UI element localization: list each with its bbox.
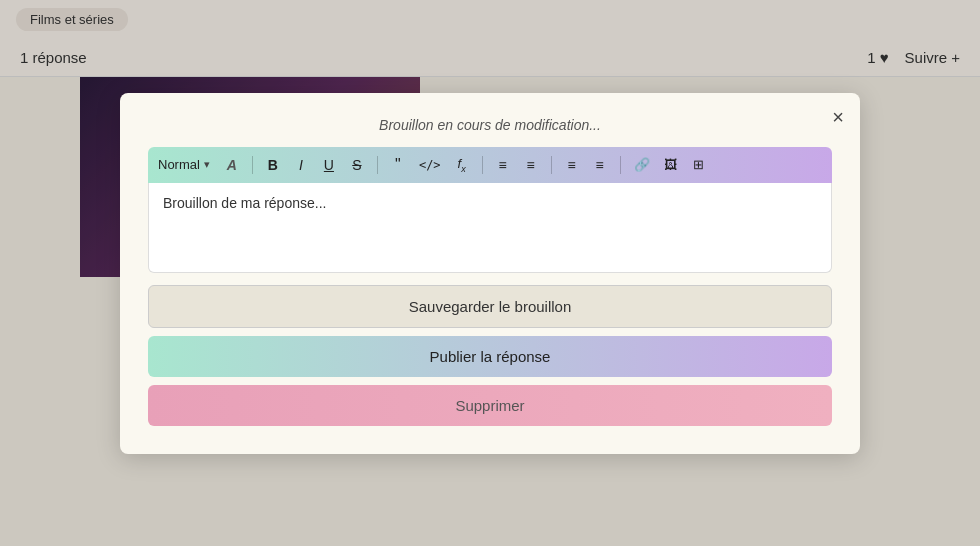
table-icon: ⊞ bbox=[693, 157, 704, 172]
code-button[interactable]: </> bbox=[414, 153, 446, 177]
ol-icon: ≡ bbox=[499, 157, 507, 173]
code-icon: </> bbox=[419, 158, 441, 172]
text-style-button[interactable]: A bbox=[220, 153, 244, 177]
link-icon: 🔗 bbox=[634, 157, 650, 172]
quote-icon: " bbox=[395, 157, 401, 173]
italic-button[interactable]: I bbox=[289, 153, 313, 177]
toolbar-separator-3 bbox=[482, 156, 483, 174]
save-draft-button[interactable]: Sauvegarder le brouillon bbox=[148, 285, 832, 328]
editor-text: Brouillon de ma réponse... bbox=[163, 195, 326, 211]
text-style-icon: A bbox=[227, 157, 237, 173]
format-select-wrap[interactable]: Normal ▾ bbox=[158, 157, 210, 172]
editor-content-area[interactable]: Brouillon de ma réponse... bbox=[148, 183, 832, 273]
delete-button[interactable]: Supprimer bbox=[148, 385, 832, 426]
align-right-icon: ≡ bbox=[596, 157, 604, 173]
toolbar-separator-5 bbox=[620, 156, 621, 174]
editor-modal: × Brouillon en cours de modification... … bbox=[120, 93, 860, 454]
align-left-button[interactable]: ≡ bbox=[560, 153, 584, 177]
image-button[interactable]: 🖼 bbox=[659, 153, 683, 177]
modal-title: Brouillon en cours de modification... bbox=[148, 117, 832, 133]
publish-button[interactable]: Publier la réponse bbox=[148, 336, 832, 377]
format-dropdown-arrow: ▾ bbox=[204, 158, 210, 171]
editor-toolbar: Normal ▾ A B I U S " </> bbox=[148, 147, 832, 183]
formula-button[interactable]: fx bbox=[450, 153, 474, 177]
ordered-list-button[interactable]: ≡ bbox=[491, 153, 515, 177]
bold-button[interactable]: B bbox=[261, 153, 285, 177]
close-button[interactable]: × bbox=[832, 107, 844, 127]
unordered-list-button[interactable]: ≡ bbox=[519, 153, 543, 177]
underline-button[interactable]: U bbox=[317, 153, 341, 177]
formula-icon: fx bbox=[458, 156, 466, 174]
align-right-button[interactable]: ≡ bbox=[588, 153, 612, 177]
strikethrough-button[interactable]: S bbox=[345, 153, 369, 177]
modal-overlay: × Brouillon en cours de modification... … bbox=[0, 0, 980, 546]
align-left-icon: ≡ bbox=[568, 157, 576, 173]
format-label: Normal bbox=[158, 157, 200, 172]
toolbar-separator-2 bbox=[377, 156, 378, 174]
table-button[interactable]: ⊞ bbox=[687, 153, 711, 177]
page-background: Films et séries 1 réponse 1 ♥ Suivre + ×… bbox=[0, 0, 980, 546]
toolbar-separator-1 bbox=[252, 156, 253, 174]
ul-icon: ≡ bbox=[527, 157, 535, 173]
link-button[interactable]: 🔗 bbox=[629, 153, 655, 177]
quote-button[interactable]: " bbox=[386, 153, 410, 177]
toolbar-separator-4 bbox=[551, 156, 552, 174]
image-icon: 🖼 bbox=[664, 157, 677, 172]
